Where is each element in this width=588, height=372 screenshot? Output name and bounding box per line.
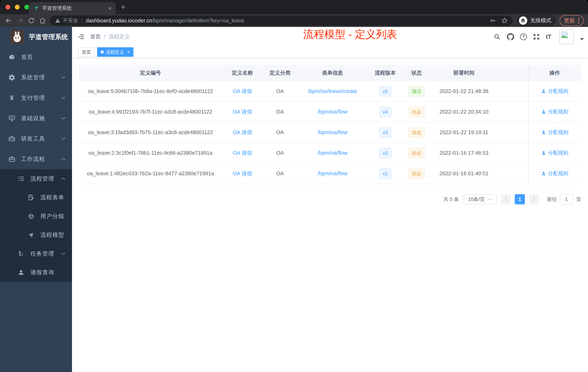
chevron-down-icon [61,76,65,79]
tab-close-icon[interactable]: × [108,5,112,11]
assign-rule-link[interactable]: 分配规则 [541,108,568,115]
cell-definition-category: OA [263,88,297,94]
hamburger-icon[interactable] [77,33,85,41]
sidebar-item-dev-tools[interactable]: 研发工具 [0,129,72,149]
column-header-form-info: 表单信息 [297,69,368,77]
sidebar-item-label: 任务管理 [30,250,61,258]
zoom-window-button[interactable] [24,5,29,10]
reload-icon[interactable] [27,17,35,25]
sidebar-item-label: 流程模型 [40,231,65,239]
search-icon[interactable] [493,33,501,41]
incognito-label: 无痕模式 [530,17,551,24]
close-window-button[interactable] [5,5,10,10]
yen-icon: ¥ [8,94,16,102]
tags-view: 首页 流程定义 × [72,46,588,58]
goto-page-input[interactable] [560,194,573,204]
definition-name-link[interactable]: OA 请假 [233,171,252,176]
status-badge: 挂起 [408,107,425,117]
prev-page-button[interactable] [501,194,511,204]
sidebar-item-task-management[interactable]: 任务管理 [0,244,72,263]
sidebar-item-process-form[interactable]: 流程表单 [0,188,72,207]
tag-process-definition[interactable]: 流程定义 × [97,47,134,57]
tag-close-icon[interactable]: × [127,50,130,55]
back-icon[interactable] [5,17,13,25]
key-icon[interactable] [489,17,496,24]
column-header-definition-name: 定义名称 [222,69,263,77]
version-badge: v2 [379,148,391,158]
user-icon [541,171,546,176]
pagination-total: 共 5 条 [443,196,459,203]
sidebar-item-process-model[interactable]: 流程模型 [0,226,72,244]
bookmark-star-icon[interactable] [501,17,508,24]
sidebar-item-label: 系统管理 [21,74,61,81]
minimize-window-button[interactable] [15,5,20,10]
version-badge: v4 [379,107,391,117]
form-info-link[interactable]: /bpm/oa/flow [318,109,347,115]
user-icon [541,89,546,94]
sidebar-item-payment[interactable]: ¥ 支付管理 [0,88,72,108]
url-path: /bpm/manager/definition?key=oa_leave [152,18,486,24]
definition-name-link[interactable]: OA 请假 [233,150,252,156]
assign-rule-link[interactable]: 分配规则 [541,170,568,177]
sidebar-item-label: 用户分组 [40,212,65,220]
fixed-column-divider [528,65,529,184]
cell-definition-id: oa_leave:4:991f2193-7b7f-11ec-a3c8-acde4… [79,109,222,115]
page-size-select[interactable]: 10条/页 [463,194,497,204]
security-warning-icon[interactable] [54,17,61,24]
admin-app: 芋道管理系统 首页 系统管理 ¥ 支付管理 [0,27,588,372]
pagination: 共 5 条 10条/页 1 前往 页 [79,194,581,204]
assign-rule-label: 分配规则 [548,170,568,177]
app-logo[interactable]: 芋道管理系统 [0,27,72,47]
font-size-icon[interactable]: tT [546,33,551,40]
address-bar[interactable]: 不安全 dashboard.yudao.iocoder.cn /bpm/mana… [50,15,513,26]
chevron-down-icon [488,198,492,201]
next-page-button[interactable] [529,194,539,204]
cell-deploy-time: 2022-01-22 21:48:38 [430,88,528,94]
sidebar-item-process-management[interactable]: 流程管理 [0,169,72,188]
sidebar-item-leave-query[interactable]: 请假查询 [0,263,72,282]
breadcrumb-home[interactable]: 首页 [90,33,101,40]
form-info-link[interactable]: /bpm/oa/flow [318,171,347,176]
avatar-dropdown-caret-icon[interactable] [580,38,584,40]
menu-kebab-icon[interactable] [578,18,579,23]
form-info-link[interactable]: /bpm/oa/flow [318,150,347,156]
cell-definition-category: OA [263,171,297,176]
tag-label: 流程定义 [106,49,124,55]
definition-name-link[interactable]: OA 请假 [233,109,252,115]
sidebar-item-home[interactable]: 首页 [0,47,72,67]
chevron-down-icon [61,97,65,99]
window-controls[interactable] [5,5,29,10]
assign-rule-link[interactable]: 分配规则 [541,129,568,136]
page-number-button[interactable]: 1 [515,194,525,204]
fullscreen-icon[interactable] [532,33,540,41]
definition-name-link[interactable]: OA 请假 [233,129,252,135]
workflow-submenu: 流程管理 流程表单 用户分组 [0,169,72,282]
avatar[interactable] [559,30,574,44]
new-tab-button[interactable] [120,4,126,10]
chevron-right-icon [532,197,536,202]
assign-rule-link[interactable]: 分配规则 [541,149,568,156]
assign-rule-link[interactable]: 分配规则 [541,88,568,95]
chevron-down-icon [61,252,65,255]
sidebar-item-user-group[interactable]: 用户分组 [0,207,72,226]
sidebar-item-workflow[interactable]: 工作流程 [0,149,72,169]
security-label[interactable]: 不安全 [63,17,78,24]
sidebar-item-system[interactable]: 系统管理 [0,67,72,88]
browser-tab[interactable]: 芋道管理系统 × [29,2,116,14]
chevron-down-icon [61,117,65,120]
form-info-link[interactable]: /bpm/oa/leave/create [308,88,357,94]
cell-definition-id: oa_leave:1:482ec033-762a-11ec-8477-a2380… [79,171,222,176]
home-icon[interactable] [39,17,47,25]
help-icon[interactable]: ? [520,33,527,40]
table-row: oa_leave:3:1fad3d93-7b75-11ec-a3c8-acde4… [79,122,581,143]
sidebar-item-label: 研发工具 [21,135,61,142]
logo-rabbit-avatar [10,30,24,44]
update-button[interactable]: 更新 [560,15,584,26]
definition-name-link[interactable]: OA 请假 [233,88,252,94]
chevron-down-icon [61,137,65,140]
form-info-link[interactable]: /bpm/oa/flow [318,129,347,135]
forward-icon[interactable] [16,17,24,25]
tag-home[interactable]: 首页 [78,47,94,57]
sidebar-item-infrastructure[interactable]: 基础设施 [0,108,72,129]
github-icon[interactable] [506,33,514,41]
